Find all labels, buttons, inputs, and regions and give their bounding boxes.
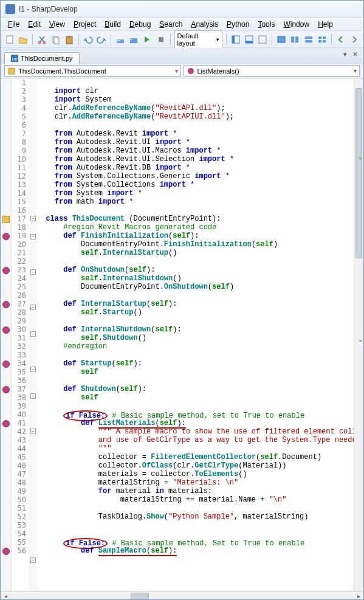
code-line[interactable]: """ xyxy=(37,444,354,453)
code-line[interactable]: DocumentEntryPoint.OnShutdown(self) xyxy=(37,283,354,291)
code-line[interactable] xyxy=(37,529,354,538)
code-line[interactable]: from Autodesk.Revit.UI.Selection import … xyxy=(37,155,354,164)
scrollbar-track[interactable] xyxy=(10,593,354,600)
window-button-2[interactable] xyxy=(289,33,300,46)
horizontal-scrollbar[interactable]: ◂ ▸ xyxy=(1,591,363,600)
window-button-4[interactable] xyxy=(317,33,328,46)
code-line[interactable]: def Startup(self): xyxy=(37,359,354,368)
layout-dropdown[interactable]: Default layout▾ xyxy=(174,30,222,49)
code-line[interactable]: from Autodesk.Revit.UI import * xyxy=(37,138,354,147)
code-line[interactable]: clr.AddReferenceByName("RevitAPIUI.dll")… xyxy=(37,112,354,121)
code-line[interactable]: def ListMaterials(self): xyxy=(37,419,354,427)
code-line[interactable]: def SampleMacro(self): xyxy=(37,547,354,555)
fold-toggle[interactable]: − xyxy=(30,216,36,221)
code-line[interactable]: from System.Collections.Generic import * xyxy=(37,172,354,181)
code-line[interactable]: def InternalStartup(self): xyxy=(37,300,354,308)
code-line[interactable] xyxy=(37,521,354,529)
scroll-right-button[interactable]: ▸ xyxy=(354,593,363,599)
code-line[interactable]: materialString += material.Name + "\n" xyxy=(37,495,354,504)
fold-toggle[interactable]: − xyxy=(30,269,36,275)
panel-button-3[interactable] xyxy=(257,33,268,46)
new-file-button[interactable] xyxy=(4,33,15,46)
menu-analysis[interactable]: Analysis xyxy=(187,19,222,30)
vertical-scrollbar[interactable] xyxy=(354,78,363,591)
code-line[interactable]: #endregion xyxy=(37,342,354,351)
copy-button[interactable] xyxy=(50,33,61,46)
code-line[interactable]: if False: # Basic sample method, set to … xyxy=(37,410,354,419)
code-line[interactable] xyxy=(37,402,354,410)
stop-button[interactable] xyxy=(155,33,166,46)
menu-search[interactable]: Search xyxy=(156,19,186,30)
menu-window[interactable]: Window xyxy=(280,19,313,30)
code-line[interactable]: for material in materials: xyxy=(37,487,354,495)
fold-toggle[interactable]: − xyxy=(30,557,36,563)
menu-python[interactable]: Python xyxy=(223,19,253,30)
panel-button-2[interactable] xyxy=(244,33,255,46)
code-line[interactable]: collector.OfClass(clr.GetClrType(Materia… xyxy=(37,461,354,470)
menu-tools[interactable]: Tools xyxy=(254,19,278,30)
code-line[interactable]: if False: # Basic sample method, Set to … xyxy=(37,538,354,547)
code-line[interactable]: self xyxy=(37,393,354,402)
code-line[interactable]: materials = collector.ToElements() xyxy=(37,470,354,478)
window-button-1[interactable] xyxy=(276,33,287,46)
run-button[interactable] xyxy=(142,33,153,46)
code-line[interactable]: collector = FilteredElementCollector(sel… xyxy=(37,453,354,461)
code-line[interactable]: from math import * xyxy=(37,198,354,206)
code-line[interactable]: class ThisDocument (DocumentEntryPoint): xyxy=(37,215,354,223)
build-button[interactable] xyxy=(115,33,126,46)
build-all-button[interactable] xyxy=(128,33,139,46)
fold-toggle[interactable]: − xyxy=(30,234,36,240)
code-line[interactable]: TaskDialog.Show("Python Sample", materia… xyxy=(37,512,354,521)
code-line[interactable]: from Autodesk.Revit.UI.Macros import * xyxy=(37,147,354,155)
fold-toggle[interactable]: − xyxy=(30,393,36,399)
code-line[interactable] xyxy=(37,206,354,215)
menu-view[interactable]: View xyxy=(46,19,69,30)
fold-toggle[interactable]: − xyxy=(30,305,36,310)
scrollbar-thumb[interactable] xyxy=(131,593,149,600)
code-line[interactable]: def InternalShutdown(self): xyxy=(37,325,354,334)
menu-file[interactable]: File xyxy=(4,19,23,30)
code-line[interactable]: """ A sample macro to show the use of fi… xyxy=(37,427,354,436)
code-line[interactable]: self.InternalStartup() xyxy=(37,249,354,257)
code-line[interactable]: from System import * xyxy=(37,189,354,198)
code-line[interactable] xyxy=(37,257,354,266)
code-line[interactable]: self.Shutdown() xyxy=(37,334,354,342)
code-line[interactable] xyxy=(37,504,354,512)
nav-back-button[interactable] xyxy=(335,33,346,46)
redo-button[interactable] xyxy=(96,33,107,46)
tab-dropdown-button[interactable]: ▾ xyxy=(342,50,349,58)
code-line[interactable]: self.Startup() xyxy=(37,308,354,317)
code-line[interactable] xyxy=(37,78,354,87)
code-line[interactable]: clr.AddReferenceByName("RevitAPI.dll"); xyxy=(37,104,354,112)
menu-debug[interactable]: Debug xyxy=(126,19,154,30)
code-line[interactable]: and use of GetClrType as a way to get th… xyxy=(37,436,354,444)
undo-button[interactable] xyxy=(83,33,94,46)
code-line[interactable]: self xyxy=(37,368,354,376)
tab-thisdocument[interactable]: py ThisDocument.py xyxy=(4,52,80,64)
code-line[interactable]: import clr xyxy=(37,87,354,95)
nav-forward-button[interactable] xyxy=(349,33,360,46)
menu-help[interactable]: Help xyxy=(314,19,337,30)
tab-close-button[interactable]: ✕ xyxy=(351,50,360,58)
paste-button[interactable] xyxy=(64,33,75,46)
code-line[interactable]: DocumentEntryPoint.FinishInitialization(… xyxy=(37,240,354,249)
code-line[interactable] xyxy=(37,351,354,359)
member-dropdown[interactable]: ListMaterials() xyxy=(184,65,360,77)
code-line[interactable]: def Shutdown(self): xyxy=(37,385,354,393)
fold-toggle[interactable]: − xyxy=(30,429,36,434)
scroll-left-button[interactable]: ◂ xyxy=(1,593,10,599)
code-editor[interactable]: import clr import System clr.AddReferenc… xyxy=(37,78,354,591)
cut-button[interactable] xyxy=(36,33,47,46)
menu-edit[interactable]: Edit xyxy=(24,19,44,30)
code-line[interactable]: self.InternalShutdown() xyxy=(37,274,354,283)
code-line[interactable]: from System.Collections import * xyxy=(37,181,354,189)
code-line[interactable]: materialString = "Materials: \n" xyxy=(37,478,354,487)
code-line[interactable]: def FinishInitialization(self): xyxy=(37,232,354,240)
code-line[interactable]: import System xyxy=(37,95,354,104)
code-line[interactable] xyxy=(37,376,354,385)
code-line[interactable]: def OnShutdown(self): xyxy=(37,266,354,274)
fold-toggle[interactable]: − xyxy=(30,331,36,337)
panel-button-1[interactable] xyxy=(230,33,241,46)
code-line[interactable] xyxy=(37,291,354,300)
fold-toggle[interactable]: − xyxy=(30,367,36,372)
